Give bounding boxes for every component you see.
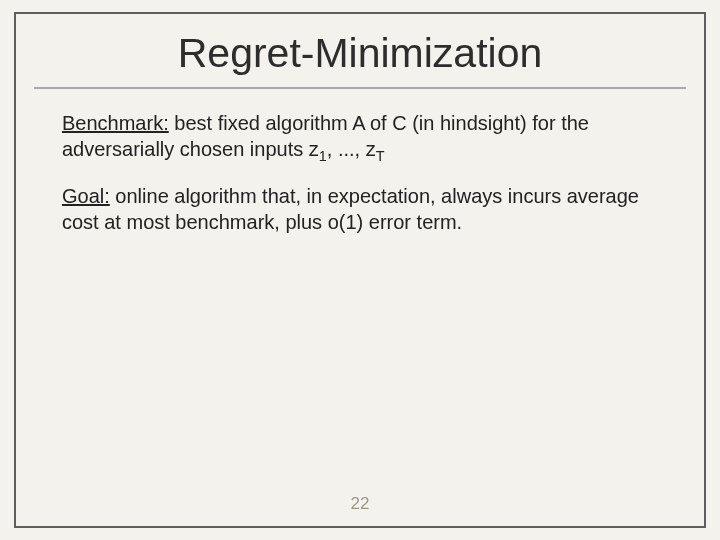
goal-text: online algorithm that, in expectation, a… — [62, 185, 639, 233]
title-divider — [34, 87, 686, 89]
benchmark-text-2: , ..., z — [327, 138, 376, 160]
benchmark-sub-1: 1 — [319, 148, 327, 164]
slide-title: Regret-Minimization — [16, 30, 704, 77]
goal-label: Goal: — [62, 185, 110, 207]
benchmark-paragraph: Benchmark: best fixed algorithm A of C (… — [62, 111, 658, 162]
slide: Regret-Minimization Benchmark: best fixe… — [0, 0, 720, 540]
benchmark-sub-T: T — [376, 148, 385, 164]
slide-body: Benchmark: best fixed algorithm A of C (… — [16, 111, 704, 235]
goal-paragraph: Goal: online algorithm that, in expectat… — [62, 184, 658, 235]
page-number: 22 — [16, 494, 704, 514]
benchmark-label: Benchmark: — [62, 112, 169, 134]
slide-frame: Regret-Minimization Benchmark: best fixe… — [14, 12, 706, 528]
